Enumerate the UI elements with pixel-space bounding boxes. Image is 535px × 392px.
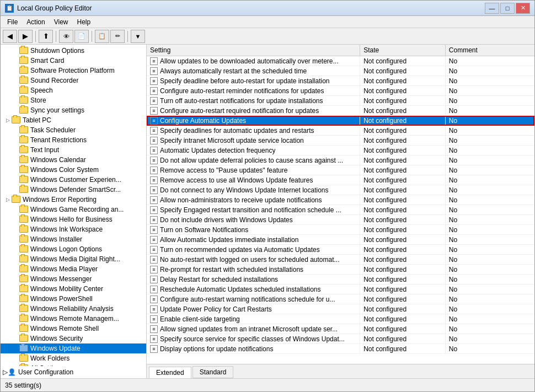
folder-icon-winupdate — [19, 345, 28, 352]
table-row[interactable]: ≡Update Power Policy for Cart RestartsNo… — [147, 304, 534, 314]
sidebar-item-wincolorsys[interactable]: Windows Color System — [1, 165, 146, 175]
table-row[interactable]: ≡Allow non-administrators to receive upd… — [147, 195, 534, 205]
sidebar-item-tenantrest[interactable]: Tenant Restrictions — [1, 135, 146, 145]
menu-help[interactable]: Help — [73, 17, 95, 27]
table-row[interactable]: ≡Turn on recommended updates via Automat… — [147, 245, 534, 255]
table-row[interactable]: ≡Delay Restart for scheduled installatio… — [147, 275, 534, 284]
forward-button[interactable]: ▶ — [18, 30, 33, 43]
table-row[interactable]: ≡Configure Automatic UpdatesNot configur… — [147, 116, 534, 126]
menu-file[interactable]: File — [3, 17, 22, 27]
sidebar-tree[interactable]: Shutdown OptionsSmart CardSoftware Prote… — [1, 45, 146, 366]
cell-comment: No — [445, 106, 534, 116]
sidebar-item-wininstall[interactable]: Windows Installer — [1, 234, 146, 244]
table-row[interactable]: ≡Enable client-side targetingNot configu… — [147, 314, 534, 324]
user-config-item[interactable]: ▷ 👤 User Configuration — [1, 366, 146, 378]
table-row[interactable]: ≡Specify deadline before auto-restart fo… — [147, 76, 534, 86]
tab-extended[interactable]: Extended — [149, 367, 191, 378]
sidebar-item-tabletpc[interactable]: ▷Tablet PC — [1, 115, 146, 125]
cell-comment: No — [445, 165, 534, 175]
table-row[interactable]: ≡Specify deadlines for automatic updates… — [147, 126, 534, 136]
close-button[interactable]: ✕ — [516, 3, 530, 14]
properties-button[interactable]: 📄 — [74, 30, 89, 43]
filter-button[interactable]: ▼ — [131, 30, 145, 43]
table-row[interactable]: ≡Do not connect to any Windows Update In… — [147, 185, 534, 195]
table-row[interactable]: ≡Always automatically restart at the sch… — [147, 66, 534, 76]
sidebar-item-workfolders[interactable]: Work Folders — [1, 353, 146, 363]
up-button[interactable]: ⬆ — [39, 30, 53, 43]
sidebar-item-windefender[interactable]: Windows Defender SmartScr... — [1, 185, 146, 195]
setting-label: Turn on Software Notifications — [160, 226, 248, 234]
sidebar-item-smartcard[interactable]: Smart Card — [1, 56, 146, 66]
sidebar-item-softwareprot[interactable]: Software Protection Platform — [1, 66, 146, 76]
col-header-comment[interactable]: Comment — [445, 45, 534, 56]
sidebar-label-winupdate: Windows Update — [30, 345, 81, 352]
sidebar-item-winhello[interactable]: Windows Hello for Business — [1, 214, 146, 224]
sidebar-item-soundrec[interactable]: Sound Recorder — [1, 76, 146, 85]
table-row[interactable]: ≡Reschedule Automatic Updates scheduled … — [147, 284, 534, 294]
sidebar-item-wingamerec[interactable]: Windows Game Recording an... — [1, 205, 146, 214]
table-row[interactable]: ≡Specify Engaged restart transition and … — [147, 205, 534, 215]
show-hide-button[interactable]: 👁 — [59, 30, 73, 43]
sidebar-item-winmobility[interactable]: Windows Mobility Center — [1, 284, 146, 294]
table-row[interactable]: ≡Do not allow update deferral policies t… — [147, 155, 534, 165]
menu-view[interactable]: View — [50, 17, 73, 27]
col-header-setting[interactable]: Setting — [147, 45, 360, 56]
sidebar-item-syncyour[interactable]: Sync your settings — [1, 105, 146, 115]
table-row[interactable]: ≡Configure auto-restart reminder notific… — [147, 86, 534, 96]
table-row[interactable]: ≡Turn on Software NotificationsNot confi… — [147, 225, 534, 235]
sidebar-item-shutdown[interactable]: Shutdown Options — [1, 46, 146, 56]
sidebar-item-winpowershell[interactable]: Windows PowerShell — [1, 294, 146, 304]
setting-icon: ≡ — [150, 127, 158, 135]
sidebar-item-winupdate[interactable]: Windows Update — [1, 343, 146, 353]
sidebar-item-winremoteshell[interactable]: Windows Remote Shell — [1, 324, 146, 334]
cell-setting: ≡Re-prompt for restart with scheduled in… — [147, 265, 360, 275]
sidebar-item-winreliability[interactable]: Windows Reliability Analysis — [1, 304, 146, 314]
table-row[interactable]: ≡Turn off auto-restart notifications for… — [147, 96, 534, 106]
main-window: 📋 Local Group Policy Editor — □ ✕ File A… — [0, 0, 535, 392]
menu-action[interactable]: Action — [22, 17, 49, 27]
sidebar-item-wincustexp[interactable]: Windows Customer Experien... — [1, 175, 146, 185]
setting-label: Automatic Updates detection frequency — [160, 147, 275, 154]
table-row[interactable]: ≡Automatic Updates detection frequencyNo… — [147, 146, 534, 155]
table-row[interactable]: ≡Configure auto-restart required notific… — [147, 106, 534, 116]
sidebar-item-winerrorrep[interactable]: ▷Windows Error Reporting — [1, 195, 146, 205]
table-row[interactable]: ≡Specify intranet Microsoft update servi… — [147, 136, 534, 146]
expand-icon-softwareprot — [12, 67, 19, 74]
sidebar-item-winmessenger[interactable]: Windows Messenger — [1, 274, 146, 284]
table-row[interactable]: ≡Allow signed updates from an intranet M… — [147, 324, 534, 334]
table-row[interactable]: ≡Configure auto-restart warning notifica… — [147, 294, 534, 304]
cell-setting: ≡Enable client-side targeting — [147, 314, 360, 324]
maximize-button[interactable]: □ — [500, 3, 515, 14]
sidebar-item-speech[interactable]: Speech — [1, 85, 146, 95]
sidebar-item-winink[interactable]: Windows Ink Workspace — [1, 224, 146, 234]
table-row[interactable]: ≡Allow Automatic Updates immediate insta… — [147, 235, 534, 245]
col-header-state[interactable]: State — [360, 45, 446, 56]
table-row[interactable]: ≡Remove access to "Pause updates" featur… — [147, 165, 534, 175]
table-row[interactable]: ≡Display options for update notification… — [147, 344, 534, 354]
tab-standard[interactable]: Standard — [192, 366, 234, 378]
sidebar-item-winlogon[interactable]: Windows Logon Options — [1, 244, 146, 254]
content-table[interactable]: SettingStateComment≡Allow updates to be … — [147, 45, 534, 364]
sidebar-item-winremote[interactable]: Windows Remote Managem... — [1, 314, 146, 324]
new-button[interactable]: 📋 — [95, 30, 109, 43]
edit-button[interactable]: ✏ — [110, 30, 125, 43]
expand-icon-wincustexp — [12, 176, 19, 184]
sidebar-item-winsecurity[interactable]: Windows Security — [1, 334, 146, 343]
sidebar-item-textinput[interactable]: Text Input — [1, 145, 146, 155]
sidebar-item-store[interactable]: Store — [1, 95, 146, 105]
table-row[interactable]: ≡Remove access to use all Windows Update… — [147, 175, 534, 185]
sidebar-item-wincal[interactable]: Windows Calendar — [1, 155, 146, 165]
expand-icon-winreliability — [12, 305, 19, 313]
table-row[interactable]: ≡No auto-restart with logged on users fo… — [147, 255, 534, 265]
sidebar-item-tasksched[interactable]: Task Scheduler — [1, 125, 146, 135]
table-row[interactable]: ≡Re-prompt for restart with scheduled in… — [147, 265, 534, 275]
cell-setting: ≡Turn off auto-restart notifications for… — [147, 96, 360, 106]
table-row[interactable]: ≡Allow updates to be downloaded automati… — [147, 56, 534, 66]
back-button[interactable]: ◀ — [3, 30, 17, 43]
folder-icon-tabletpc — [12, 116, 20, 124]
minimize-button[interactable]: — — [485, 3, 499, 14]
table-row[interactable]: ≡Do not include drivers with Windows Upd… — [147, 215, 534, 225]
table-row[interactable]: ≡Specify source service for specific cla… — [147, 334, 534, 344]
sidebar-item-winmediaplayer[interactable]: Windows Media Player — [1, 264, 146, 274]
sidebar-item-winmedia[interactable]: Windows Media Digital Right... — [1, 254, 146, 264]
